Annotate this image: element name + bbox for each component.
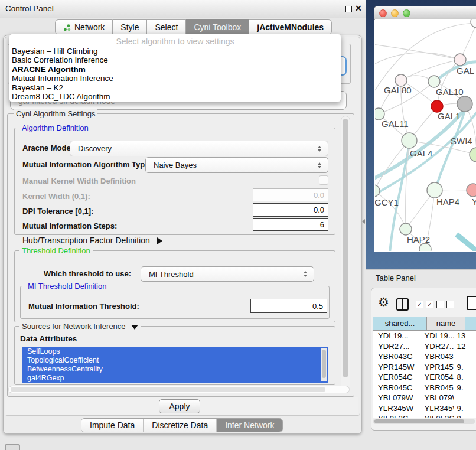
table-body: YDL19...YDL19...13YDR27...YDR27...12YBR0… <box>373 331 476 418</box>
threshold-definition-title: Threshold Definition <box>19 246 93 255</box>
close-icon[interactable]: ✕ <box>355 4 362 13</box>
table-row[interactable]: YIL052CYIL052C9. <box>373 413 476 418</box>
attribute-item-topologicalcoefficient[interactable]: TopologicalCoefficient <box>22 356 328 365</box>
mi-threshold-field[interactable] <box>250 299 327 313</box>
table-cell: YDR27... <box>373 341 420 352</box>
algorithm-item-dream8-dc-tdc-algorithm[interactable]: Dream8 DC_TDC Algorithm <box>12 92 338 101</box>
algorithm-item-mutual-information-inference[interactable]: Mutual Information Inference <box>12 74 338 83</box>
attribute-item-selfloops[interactable]: SelfLoops <box>22 347 328 356</box>
scrollbar-thumb[interactable] <box>322 350 326 378</box>
which-threshold-label: Which threshold to use: <box>44 269 131 278</box>
table-cell: 9. <box>454 413 476 418</box>
node-SWI4[interactable] <box>470 148 476 162</box>
network-edge <box>375 191 406 229</box>
list-vertical-scrollbar[interactable] <box>321 348 327 381</box>
aracne-mode-combobox[interactable]: Discovery <box>70 141 328 156</box>
hub-definition-toggle[interactable]: Hub/Transcription Factor Definition <box>22 236 162 245</box>
network-graph[interactable]: GALGAL80GAL10GAL1GAL11GAL4SWI4GCY1HAP4YH… <box>375 19 476 251</box>
zoom-traffic-light[interactable] <box>403 9 410 17</box>
algorithm-item-bayesian-k2[interactable]: Bayesian – K2 <box>12 83 338 92</box>
node-HAP4[interactable] <box>427 182 442 198</box>
which-threshold-combobox[interactable]: MI Threshold <box>141 266 314 282</box>
splitter-collapse-icon[interactable] <box>362 219 365 224</box>
table-row[interactable]: YDL19...YDL19...13 <box>373 331 476 341</box>
sources-title-row[interactable]: Sources for Network Inference <box>19 322 141 331</box>
settings-vertical-scrollbar[interactable] <box>341 116 350 392</box>
mi-steps-label: Mutual Information Steps: <box>22 221 117 230</box>
table-row[interactable]: YDR27...YDR27...12 <box>373 341 476 352</box>
tab-jactivemnodules[interactable]: jActiveMNodules <box>249 19 332 35</box>
table-cell <box>454 393 476 403</box>
aracne-mode-label: Aracne Mode: <box>22 144 73 152</box>
table-row[interactable]: YER054CYER054C8. <box>373 372 476 383</box>
tab-label: Network <box>74 22 105 32</box>
network-window[interactable]: GALGAL80GAL10GAL1GAL11GAL4SWI4GCY1HAP4YH… <box>374 6 476 252</box>
node-salmon[interactable] <box>467 184 476 197</box>
hub-definition-label: Hub/Transcription Factor Definition <box>22 236 150 245</box>
attribute-item-gal4rgexp[interactable]: gal4RGexp <box>22 374 328 383</box>
column-header-shared-[interactable]: shared... <box>373 317 427 331</box>
node-top-partial[interactable] <box>471 19 476 28</box>
dpi-tolerance-field[interactable] <box>253 203 328 217</box>
scrollbar-thumb[interactable] <box>374 419 464 423</box>
node-GAL80[interactable] <box>395 74 407 86</box>
bottom-tab-impute-data[interactable]: Impute Data <box>81 419 143 432</box>
table-horizontal-scrollbar[interactable] <box>373 419 475 424</box>
tab-select[interactable]: Select <box>147 19 186 35</box>
corner-chip-icon[interactable] <box>5 444 20 450</box>
deselect-all-columns-icon[interactable] <box>436 301 454 308</box>
table-row[interactable]: YPR145WYPR145W9. <box>373 362 476 373</box>
columns-icon[interactable] <box>396 298 409 311</box>
table-cell: YBL079W <box>420 393 454 403</box>
tab-label: Style <box>120 22 139 32</box>
attribute-item-betweennesscentrality[interactable]: BetweennessCentrality <box>22 365 328 374</box>
stepper-icon <box>315 146 324 152</box>
node-gray[interactable] <box>457 96 472 112</box>
table-row[interactable]: YBL079WYBL079W <box>373 393 476 403</box>
mi-threshold-group-title: MI Threshold Definition <box>25 282 109 291</box>
node-GAL11[interactable] <box>375 108 384 120</box>
data-attributes-list[interactable]: SelfLoopsTopologicalCoefficientBetweenne… <box>22 347 328 383</box>
table-panel-title: Table Panel <box>376 273 416 282</box>
tab-cyni-toolbox[interactable]: Cyni Toolbox <box>186 19 249 35</box>
tab-network[interactable]: Network <box>55 19 113 35</box>
kernel-width-field[interactable] <box>253 188 328 201</box>
close-traffic-light[interactable] <box>379 9 387 17</box>
minimize-traffic-light[interactable] <box>391 9 399 17</box>
algorithm-item-aracne-algorithm[interactable]: ARACNE Algorithm <box>12 65 338 74</box>
network-window-titlebar[interactable] <box>374 6 476 20</box>
apply-button[interactable]: Apply <box>159 399 200 413</box>
float-window-icon[interactable] <box>345 6 352 12</box>
gear-icon[interactable]: ⚙ <box>378 295 389 309</box>
tab-label: jActiveMNodules <box>257 22 324 32</box>
column-header-name[interactable]: name <box>427 317 465 331</box>
node-gal-partial[interactable] <box>454 54 466 66</box>
collapse-down-icon <box>131 325 138 330</box>
bottom-tab-infer-network[interactable]: Infer Network <box>216 419 282 432</box>
bottom-tab-discretize-data[interactable]: Discretize Data <box>143 419 216 432</box>
table-row[interactable]: YBR045CYBR045C9. <box>373 383 476 393</box>
scrollbar-thumb[interactable] <box>11 387 325 392</box>
manual-kernel-checkbox[interactable] <box>319 175 328 185</box>
table-panel-separator <box>366 269 476 270</box>
table-row[interactable]: YBR043CYBR043C <box>373 351 476 362</box>
column-header-a[interactable]: A <box>465 317 476 331</box>
node-HAP2[interactable] <box>400 223 412 235</box>
settings-horizontal-scrollbar[interactable] <box>8 386 350 393</box>
network-canvas[interactable]: GALGAL80GAL10GAL1GAL11GAL4SWI4GCY1HAP4YH… <box>375 19 476 251</box>
select-all-columns-icon[interactable]: ✓ ✓ <box>416 301 433 308</box>
mi-type-combobox[interactable]: Naive Bayes <box>145 157 328 173</box>
algorithm-item-bayesian-hill-climbing[interactable]: Bayesian – Hill Climbing <box>12 47 338 56</box>
export-table-icon[interactable] <box>467 296 476 310</box>
node-GAL10[interactable] <box>428 76 440 87</box>
mi-steps-field[interactable] <box>253 218 328 231</box>
scrollbar-thumb[interactable] <box>343 119 348 377</box>
node-GAL4[interactable] <box>402 133 417 148</box>
dpi-tolerance-label: DPI Tolerance [0,1]: <box>22 207 93 216</box>
algorithm-item-basic-correlation-inference[interactable]: Basic Correlation Inference <box>12 56 338 64</box>
control-panel-title: Control Panel <box>5 4 54 13</box>
table-row[interactable]: YLR345WYLR345W9. <box>373 403 476 414</box>
tab-style[interactable]: Style <box>113 19 147 35</box>
node-GAL1[interactable] <box>431 100 443 112</box>
tab-label: Cyni Toolbox <box>194 22 241 32</box>
